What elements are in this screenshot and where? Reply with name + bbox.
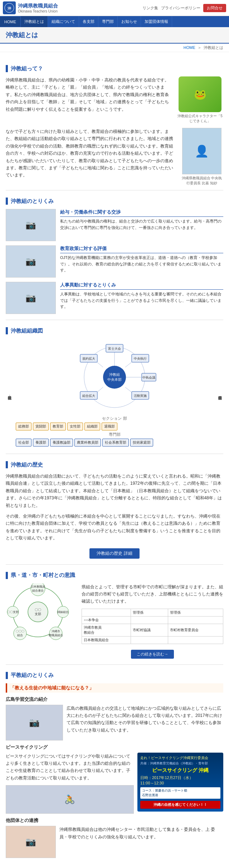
dept-item-4: 社会系教育部 <box>102 439 129 447</box>
person-img: 👤 <box>182 128 221 174</box>
nav-item-about[interactable]: 沖教組とは <box>21 16 48 27</box>
org-side-left: 日本教職員組合・全日本教職員組合 <box>6 339 13 448</box>
other-orgs-heading: 他団体との連携 <box>6 817 223 824</box>
muni-layout: 〇〇 支部 日本教職員 組合連合 姉妹組合 沖縄市 教職員組合 〇〇〇 <box>6 583 223 659</box>
muni-diagram: 〇〇 支部 日本教職員 組合連合 姉妹組合 沖縄市 教職員組合 〇〇〇 <box>6 583 77 642</box>
nav-item-branch[interactable]: 各支部 <box>79 16 98 27</box>
section-activities-title: 沖教組のとりくみ <box>11 198 54 205</box>
logo-icon: 沖 <box>3 1 16 14</box>
section-history-title: 沖教組の歴史 <box>11 462 43 468</box>
table-row: 日本教職員組合 <box>82 636 223 644</box>
section-org-title: 沖教組組織図 <box>11 328 43 334</box>
muni-tbl: 管理係 管理係 ○○本争会 沖縄市教員教組合 市町村協議 市町村教育委員会 <box>82 609 223 644</box>
logo-area: 沖 沖縄県教職員組合 Okinawa Teachers Union <box>3 1 58 14</box>
svg-text:沖縄市: 沖縄市 <box>52 630 60 633</box>
activity-text-3: 人事異動は、学校地域として中地域のたらきを与える重要な審問です。そのためにも本組… <box>60 291 223 310</box>
activity-content-3: 人事異動に対するとりくみ 人事異動は、学校地域として中地域のたらきを与える重要な… <box>60 282 223 310</box>
peace-flyer: 走れ！ピースサイクリング沖縄実行委員会 共催：沖縄県教育労働組合（沖教組）・青年… <box>137 753 223 812</box>
section-bar4 <box>6 461 8 468</box>
table-cell: 管理係 <box>168 609 223 616</box>
history-text1: 沖縄県教職員組合の組合活動において、子どもたちの活動をこのように変えていくと言わ… <box>6 473 223 509</box>
breadcrumb-home[interactable]: HOME <box>184 45 195 50</box>
svg-text:沖教組: 沖教組 <box>109 373 120 376</box>
dept-item-1: 養護部 <box>33 439 49 447</box>
org-chart-main: 沖教組 中央本部 富士大会 中央執行 <box>16 339 213 448</box>
section-row: 総務部 賃闘部 教育部 女性部 組織部 退職部 <box>16 423 213 430</box>
flyer-slogan: 沖縄の自然を感じてください！！ <box>140 801 220 809</box>
activity-img-3: 📷 <box>6 282 56 314</box>
about-top-row: 沖縄県教職員組合は、県内の幼稚園・小学・中学・高校の教員を代表する組合です。略称… <box>6 76 223 124</box>
svg-text:組合連合: 組合連合 <box>32 589 44 592</box>
peace-subtitle: 「教える生徒の中地域に能なになる？」 <box>6 683 223 693</box>
muni-btn[interactable]: この続きを読む→ <box>131 650 174 659</box>
about-bottom-row: なかで子ども方々に向けた取り組みとして、教育組合の積極的に参加しています。また、… <box>6 128 223 186</box>
section-activities-heading: 沖教組のとりくみ <box>6 198 223 205</box>
activity-item-2: 📷 教育政策に対する評価 OJT的な沖縄教育機能に業務の主宰が安全改革改正は、道… <box>6 245 223 278</box>
svg-text:中執会議: 中執会議 <box>142 376 155 379</box>
nav-item-org[interactable]: 組織について <box>48 16 79 27</box>
svg-point-36 <box>14 627 26 640</box>
org-chart-container: 日本教職員組合・全日本教職員組合 沖教組 中央本部 <box>6 339 223 448</box>
logo-main-text: 沖縄県教職員組合 <box>18 3 58 9</box>
section-bar6 <box>6 672 8 679</box>
about-text-right: なかで子ども方々に向けた取り組みとして、教育組合の積極的に参加しています。また、… <box>6 128 176 186</box>
section-about-title: 沖教組って？ <box>11 65 43 72</box>
dept-row: 社会部 養護部 養護教論部 農業科教員部 社会系教育部 技術家庭部 <box>16 439 213 447</box>
breadcrumb-current: 沖教組とは <box>204 45 223 50</box>
nav-item-member[interactable]: 加盟団体情報 <box>141 16 172 27</box>
svg-text:富士大会: 富士大会 <box>108 347 121 350</box>
table-cell <box>168 636 223 644</box>
dept-label: 専門部 <box>16 432 213 437</box>
activity-text-1: 私たちの給与や教職員の権利は、組合と交渉の力で広く取り組んでいます。給与・高専門… <box>60 218 223 231</box>
svg-text:中央本部: 中央本部 <box>107 378 122 381</box>
svg-text:〇〇: 〇〇 <box>35 608 41 612</box>
table-cell: 市町村協議 <box>131 624 168 636</box>
peace-cycling-img: 🚴 <box>6 785 134 814</box>
history-section: 沖縄県教職員組合の組合活動において、子どもたちの活動をこのように変えていくと言わ… <box>6 473 223 559</box>
section-item-2: 教育部 <box>50 423 66 430</box>
svg-text:支部: 支部 <box>35 612 41 616</box>
top-header: 沖 沖縄県教職員組合 Okinawa Teachers Union リンク集 プ… <box>0 0 229 16</box>
activity-text-2: OJT的な沖縄教育機能に業務の主宰が安全改革改正は、道徳・道徳への（教育・学校参… <box>60 255 223 274</box>
section-about-heading: 沖教組って？ <box>6 65 223 72</box>
hiroshima-text: 広島の教職員組合との交流として地域的にかつ広域的な取り組みとしてさらに広大にわた… <box>67 705 223 737</box>
section-bar3 <box>6 327 8 334</box>
svg-text:姉妹組合: 姉妹組合 <box>57 610 69 614</box>
table-cell: 市町村教育委員会 <box>168 624 223 636</box>
person-caption: 沖縄県教職員組合 中央執行委員長 比嘉 知紗 <box>180 176 223 186</box>
section-item-5: 退職部 <box>102 423 117 430</box>
muni-svg: 〇〇 支部 日本教職員 組合連合 姉妹組合 沖縄市 教職員組合 〇〇〇 <box>6 583 70 640</box>
header-links: リンク集 プライバシーポリシー お問合せ <box>142 4 226 12</box>
character-img: 🐸 <box>179 76 221 112</box>
hiroshima-heading: 広島学習交流の紹介 <box>6 696 223 703</box>
nav-item-news[interactable]: お知らせ <box>118 16 141 27</box>
link-top[interactable]: リンク集 <box>142 5 158 11</box>
section-bar5 <box>6 572 8 579</box>
hiroshima-img: 📷 <box>6 705 63 740</box>
muni-table: 県組合とよって、管理する市町中での市町に理解が深まります。また、組合の経営の市町… <box>82 583 223 659</box>
section-item-1: 賃闘部 <box>33 423 49 430</box>
svg-point-3 <box>103 366 126 389</box>
page-title-bar: 沖教組とは <box>0 27 229 44</box>
btn-contact[interactable]: お問合せ <box>203 4 226 12</box>
other-orgs-section: 📷 沖縄県教職員組合は他の沖縄センター・市民活動として集まる・委員会を、上 委員… <box>6 826 223 858</box>
logo-svg: 沖 <box>4 3 14 13</box>
org-svg-wrapper: 沖教組 中央本部 富士大会 中央執行 <box>16 341 213 413</box>
table-row: ○○本争会 <box>82 616 223 624</box>
org-diagram-svg: 沖教組 中央本部 富士大会 中央執行 <box>72 341 157 413</box>
activity-content-2: 教育政策に対する評価 OJT的な沖縄教育機能に業務の主宰が安全改革改正は、道徳・… <box>60 245 223 274</box>
other-orgs-text: 沖縄県教職員組合は他の沖縄センター・市民活動として集まる・委員会を、上 委員・学… <box>59 826 223 854</box>
breadcrumb: HOME ＞ 沖教組とは <box>0 44 229 52</box>
section-label: セクション 部 <box>16 416 213 421</box>
table-row: 沖縄市教員教組合 市町村協議 市町村教育委員会 <box>82 624 223 636</box>
history-btn[interactable]: 沖教組の歴史 詳細 <box>89 548 139 559</box>
person-box: 👤 沖縄県教職員組合 中央執行委員長 比嘉 知紗 <box>180 128 223 186</box>
flyer-event: ピースサイクリング 沖縄 <box>140 767 220 774</box>
svg-text:中央執行: 中央執行 <box>134 357 147 360</box>
link-privacy[interactable]: プライバシーポリシー <box>161 5 200 11</box>
org-side-right: 沖縄県市町村教職員組合連合会 <box>216 339 223 448</box>
section-bar <box>6 65 8 72</box>
nav-home[interactable]: HOME <box>0 17 21 27</box>
activity-img-1: 📷 <box>6 209 56 241</box>
nav-item-dept[interactable]: 専門部 <box>98 16 118 27</box>
